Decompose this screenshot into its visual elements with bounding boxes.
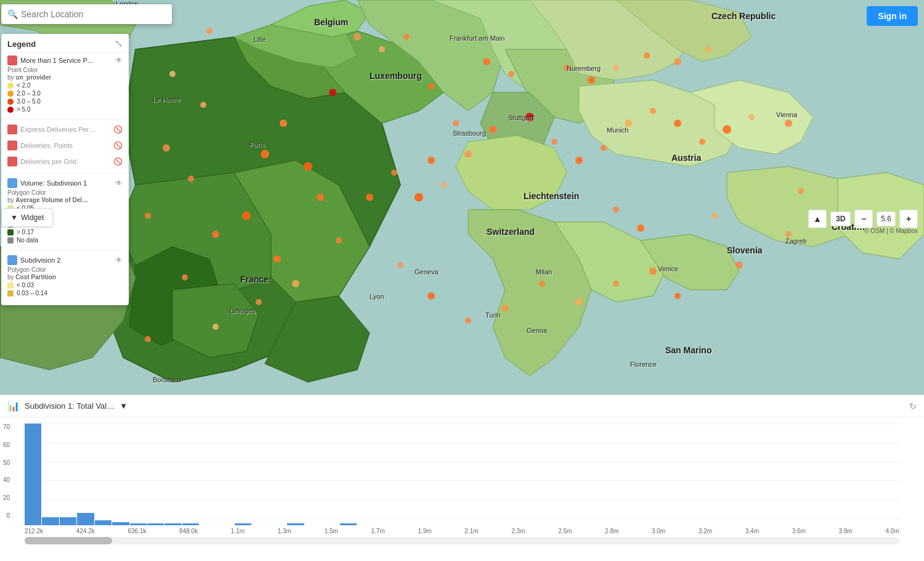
x-label: 3.8m	[839, 528, 853, 534]
color-label-lt2: < 2.0	[17, 82, 31, 89]
layer-icon-del-grid	[7, 157, 17, 166]
eye-icon-subdiv2[interactable]: 👁	[115, 256, 123, 264]
eye-icon-express[interactable]: 🚫	[113, 125, 123, 134]
svg-point-49	[613, 65, 619, 71]
eye-icon-service[interactable]: 👁	[115, 56, 123, 65]
svg-point-20	[428, 157, 435, 164]
svg-point-39	[501, 305, 509, 312]
svg-point-42	[613, 280, 619, 287]
svg-point-41	[575, 298, 583, 306]
widget-button[interactable]: ▼ Widget	[1, 208, 53, 227]
color-label-gt5: > 5.0	[17, 106, 31, 113]
svg-point-23	[440, 182, 447, 188]
y-label-0: 0	[3, 512, 10, 519]
chart-bar	[112, 522, 129, 525]
chart-bar	[164, 523, 181, 525]
map-container[interactable]: Belgium Czech Republic France Luxembourg…	[0, 0, 924, 395]
y-label-60: 60	[3, 441, 10, 448]
legend-layer-row-express: Express Deliveries Per… 🚫	[7, 125, 123, 134]
svg-point-48	[588, 76, 595, 84]
svg-point-7	[200, 102, 206, 108]
svg-point-55	[354, 33, 361, 41]
svg-point-40	[539, 280, 545, 287]
svg-point-24	[489, 126, 496, 133]
legend-section-del-points: Deliveries, Points 🚫	[1, 138, 129, 154]
svg-point-56	[379, 46, 385, 52]
color-dot-3-5	[7, 99, 14, 105]
color-dot-gt5	[7, 107, 14, 113]
color-label-003-014: 0.03 – 0.14	[17, 290, 47, 297]
chart-bars-container	[25, 424, 899, 525]
x-label: 424.2k	[76, 528, 95, 534]
compass-button[interactable]: ▲	[808, 210, 827, 228]
x-label: 1.1m	[231, 528, 245, 534]
svg-point-60	[428, 83, 434, 89]
svg-point-2	[280, 120, 287, 127]
eye-icon-subdiv1[interactable]: 👁	[115, 179, 123, 187]
svg-point-63	[711, 213, 718, 219]
legend-collapse-button[interactable]: ⤡	[115, 39, 123, 49]
x-label: 3.4m	[745, 528, 759, 534]
zoom-out-button[interactable]: −	[854, 210, 873, 228]
sign-in-button[interactable]: Sign in	[867, 6, 918, 26]
search-input[interactable]	[1, 4, 172, 24]
chart-bar	[287, 523, 304, 525]
svg-point-51	[674, 58, 681, 65]
legend-divider-2	[1, 173, 129, 173]
scrollbar-thumb[interactable]	[25, 537, 112, 544]
svg-point-14	[292, 280, 299, 287]
svg-point-31	[674, 120, 681, 127]
color-label-2-3: 2.0 – 3.0	[17, 90, 41, 97]
layer-icon-express	[7, 125, 17, 134]
color-rect-gt017	[7, 229, 14, 235]
chart-bar	[340, 523, 357, 525]
x-label: 848.0k	[179, 528, 198, 534]
svg-point-46	[785, 231, 792, 237]
chart-refresh-button[interactable]: ↻	[909, 401, 917, 411]
color-label-nodata: No data	[17, 237, 38, 244]
legend-layer-row-del-points: Deliveries, Points 🚫	[7, 141, 123, 150]
x-label: 2.1m	[464, 528, 478, 534]
svg-point-11	[242, 211, 251, 220]
chart-dropdown-button[interactable]: ▼	[120, 401, 128, 411]
svg-point-1	[261, 150, 269, 158]
chart-bar	[25, 424, 41, 525]
eye-icon-del-points[interactable]: 🚫	[113, 141, 123, 150]
svg-point-57	[403, 34, 410, 40]
legend-divider	[1, 119, 129, 120]
color-dot-lt2	[7, 83, 14, 89]
legend-title: Legend	[7, 39, 36, 49]
legend-layer-row-del-grid: Deliveries per Grid 🚫	[7, 157, 123, 166]
x-label: 1.5m	[325, 528, 338, 534]
legend-sublabel-subdiv2-1: Polygon Color	[7, 266, 123, 273]
legend-sublabel-subdiv2-2: by Cost Partition	[7, 274, 123, 280]
three-d-button[interactable]: 3D	[830, 211, 851, 226]
x-label: 1.9m	[418, 528, 431, 534]
layer-name-del-grid: Deliveries per Grid	[20, 158, 76, 165]
widget-label: Widget	[21, 213, 44, 222]
svg-point-50	[644, 52, 650, 59]
legend-sublabel-service-1: Point Color	[7, 67, 123, 73]
x-label: 1.7m	[371, 528, 385, 534]
legend-header: Legend ⤡	[1, 34, 129, 53]
svg-point-21	[453, 120, 459, 126]
chart-bar-icon: 📊	[7, 400, 20, 412]
eye-icon-del-grid[interactable]: 🚫	[113, 157, 123, 166]
svg-point-64	[798, 188, 804, 194]
chart-scrollbar[interactable]	[25, 537, 899, 544]
x-label: 3.0m	[652, 528, 665, 534]
y-label-20: 20	[3, 494, 10, 501]
svg-point-34	[748, 114, 755, 120]
svg-point-52	[705, 46, 711, 52]
legend-color-subdiv1-5: No data	[7, 237, 123, 244]
zoom-in-button[interactable]: +	[899, 210, 918, 228]
layer-name-subdiv2: Subdivision 2	[20, 256, 60, 264]
chart-bar	[42, 517, 59, 525]
svg-point-59	[329, 89, 336, 96]
svg-point-4	[317, 194, 324, 201]
svg-point-13	[336, 237, 342, 244]
chart-bar	[235, 523, 251, 525]
chart-title: Subdivision 1: Total Val…	[25, 401, 115, 411]
legend-layer-row-subdiv2: Subdivision 2 👁	[7, 255, 123, 265]
chart-bar	[77, 513, 94, 525]
